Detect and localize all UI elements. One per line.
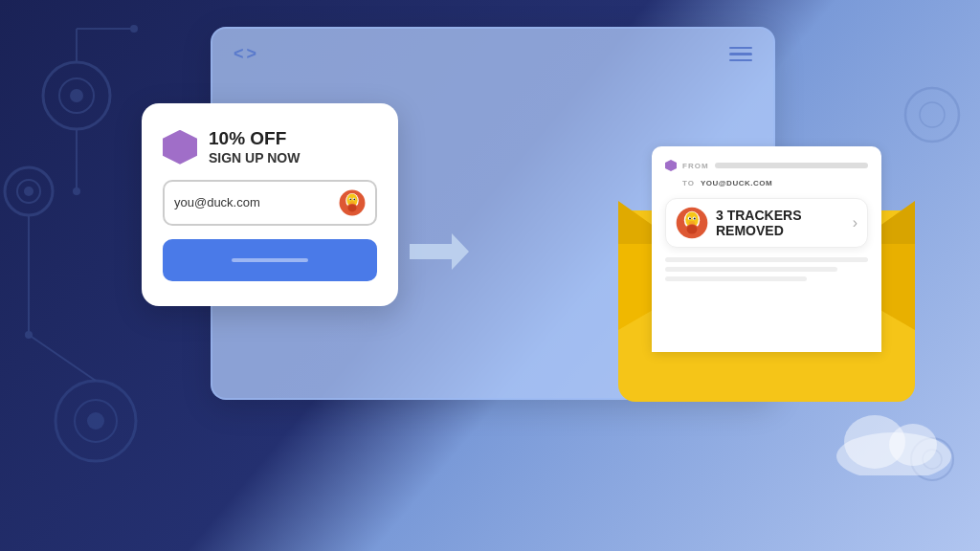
tracker-count-label: 3 TRACKERS bbox=[716, 208, 843, 223]
svg-point-2 bbox=[70, 89, 83, 102]
envelope-container: FROM TO YOU@DUCK.COM bbox=[618, 139, 915, 402]
tracker-text: 3 TRACKERS REMOVED bbox=[716, 208, 843, 238]
browser-toolbar: < > bbox=[212, 29, 773, 76]
svg-point-8 bbox=[87, 412, 104, 430]
svg-point-41 bbox=[694, 218, 696, 220]
email-content-lines bbox=[665, 257, 868, 281]
from-label: FROM bbox=[682, 162, 709, 170]
browser-menu-icon[interactable] bbox=[729, 47, 752, 62]
svg-point-17 bbox=[905, 88, 959, 142]
svg-point-5 bbox=[24, 187, 33, 196]
email-to-row: TO YOU@DUCK.COM bbox=[665, 177, 868, 188]
svg-point-27 bbox=[353, 198, 355, 200]
card-header: 10% OFF SIGN UP NOW bbox=[163, 128, 377, 166]
svg-point-18 bbox=[920, 102, 945, 127]
from-hexagon bbox=[665, 160, 677, 171]
cloud-decoration bbox=[832, 399, 956, 479]
svg-point-15 bbox=[25, 331, 33, 339]
svg-point-44 bbox=[687, 225, 698, 234]
tracker-removed-banner[interactable]: 3 TRACKERS REMOVED › bbox=[665, 198, 868, 248]
arrow-icon bbox=[410, 233, 469, 270]
to-label: TO bbox=[682, 179, 695, 187]
duckduckgo-logo-small bbox=[339, 189, 366, 216]
tracker-chevron-icon: › bbox=[853, 214, 858, 231]
svg-point-30 bbox=[348, 204, 357, 211]
duckduckgo-logo-banner bbox=[676, 207, 708, 239]
svg-marker-31 bbox=[410, 233, 469, 270]
svg-point-16 bbox=[130, 25, 138, 33]
svg-point-14 bbox=[73, 187, 80, 195]
svg-point-26 bbox=[349, 198, 351, 200]
svg-point-40 bbox=[689, 218, 691, 220]
to-value: YOU@DUCK.COM bbox=[701, 179, 772, 187]
email-signup-card: 10% OFF SIGN UP NOW you@duck.com bbox=[142, 103, 398, 306]
email-input-row[interactable]: you@duck.com bbox=[163, 180, 377, 226]
email-display-value: you@duck.com bbox=[174, 195, 331, 209]
from-value-bar bbox=[715, 163, 868, 168]
signup-button[interactable] bbox=[163, 239, 377, 281]
hexagon-icon bbox=[163, 130, 197, 165]
browser-code-icon: < > bbox=[234, 44, 256, 64]
email-from-row: FROM bbox=[665, 160, 868, 171]
svg-line-11 bbox=[29, 335, 96, 381]
card-title: 10% OFF SIGN UP NOW bbox=[209, 128, 300, 166]
email-paper-main: FROM TO YOU@DUCK.COM bbox=[652, 146, 881, 352]
svg-point-34 bbox=[889, 424, 937, 466]
tracker-removed-label: REMOVED bbox=[716, 223, 843, 238]
